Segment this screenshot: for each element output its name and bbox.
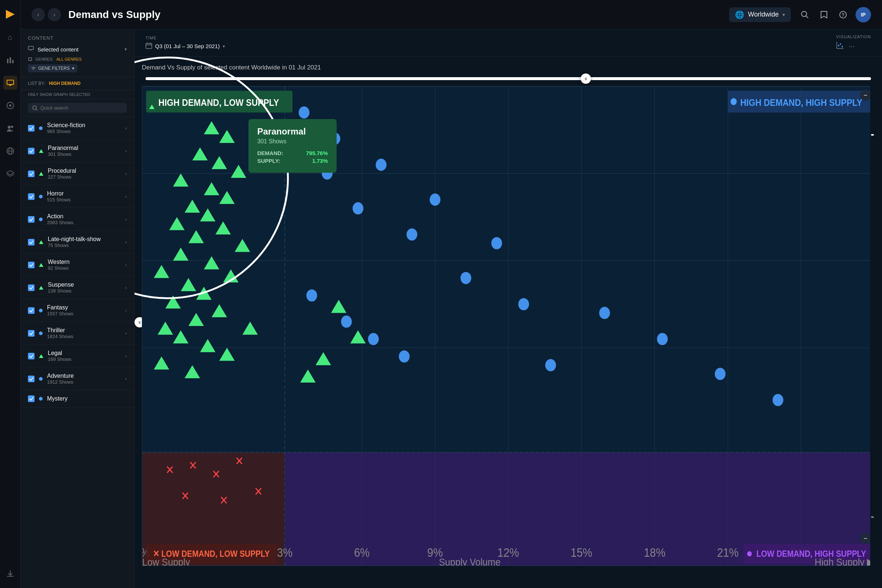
svg-marker-75 [231,165,246,178]
help-button[interactable]: ? [836,8,850,21]
svg-rect-5 [9,85,11,86]
genre-chevron-icon: › [125,376,127,381]
svg-point-125 [715,368,726,380]
genre-item[interactable]: Western92 Shows› [21,254,134,276]
vertical-scrollbar[interactable] [870,86,874,566]
region-chevron-icon: ▾ [782,12,785,18]
search-button[interactable] [798,8,812,21]
svg-marker-85 [173,248,189,261]
genre-checkbox[interactable] [28,171,34,177]
svg-point-124 [657,333,668,345]
genre-item[interactable]: Paranormal301 Shows› [21,140,134,162]
svg-point-37 [842,46,843,47]
svg-marker-127 [331,300,346,313]
genre-checkbox[interactable] [28,307,34,314]
svg-marker-129 [316,352,331,365]
svg-text:18%: 18% [644,546,666,560]
genre-checkbox[interactable] [28,285,34,291]
gene-filters-button[interactable]: GENE FILTERS ▾ [28,64,77,72]
sidebar-icon-discover[interactable] [3,99,17,112]
genre-checkbox[interactable] [28,216,34,223]
genre-checkbox[interactable] [28,353,34,359]
tooltip-demand-row: DEMAND: 795.76% [257,150,328,156]
sidebar-icon-layers[interactable] [3,167,17,181]
time-value-row[interactable]: Q3 (01 Jul – 30 Sep 2021) ▾ [146,42,225,50]
svg-marker-13 [7,171,14,175]
sidebar-icon-users[interactable] [3,121,17,135]
genre-item[interactable]: Thriller1824 Shows› [21,322,134,345]
genre-item[interactable]: Mystery [21,390,134,408]
viz-more-button[interactable]: ··· [849,42,855,50]
zoom-out-button[interactable]: − [860,533,871,544]
app-logo[interactable] [3,8,17,21]
genre-item[interactable]: Procedural227 Shows› [21,162,134,185]
genre-item[interactable]: Suspense139 Shows› [21,276,134,299]
svg-rect-4 [7,80,14,84]
search-icon [32,105,38,111]
svg-rect-2 [9,57,11,63]
svg-marker-81 [169,217,184,230]
tooltip-title: Paranormal [257,126,328,137]
genre-item[interactable]: Legal169 Shows› [21,345,134,368]
gene-filters-row: GENE FILTERS ▾ [28,64,127,72]
genre-item[interactable]: Action2083 Shows› [21,208,134,231]
sidebar-icon-download[interactable] [3,567,17,580]
genre-name: Western [48,259,121,266]
slider-track[interactable]: ⏸ [146,77,871,80]
svg-rect-23 [28,58,32,61]
genre-name: Mystery [47,395,127,402]
svg-point-121 [399,350,410,362]
svg-marker-18 [821,11,827,18]
time-section: TIME Q3 (01 Jul – 30 Sep 2021) ▾ [146,36,225,50]
list-controls: LIST BY: HIGH DEMAND [21,77,134,90]
genre-checkbox[interactable] [28,262,34,268]
genre-item[interactable]: Adventure1912 Shows› [21,368,134,390]
scatter-plot-container: 835% 450% 300% 150% 0% 0% 3% 6% 9% 12% 1… [142,86,874,566]
genre-item[interactable]: Fantasy1557 Shows› [21,299,134,322]
search-input[interactable] [40,105,122,111]
svg-text:6%: 6% [354,546,369,560]
svg-point-123 [599,307,610,319]
genre-checkbox[interactable] [28,239,34,246]
time-slider[interactable]: ⏸ ⏸ [142,77,874,80]
supply-label: SUPPLY: [257,158,280,164]
gene-filters-chevron: ▾ [72,66,74,71]
slider-right-handle[interactable]: ⏸ [580,74,591,84]
sidebar-icon-home[interactable]: ⌂ [3,30,17,44]
svg-marker-97 [200,339,215,352]
genre-checkbox[interactable] [28,125,34,132]
svg-rect-1 [7,59,9,63]
svg-marker-89 [181,278,196,291]
genre-checkbox[interactable] [28,148,34,154]
genre-checkbox[interactable] [28,376,34,382]
content-area: CONTENT Selected content ▾ GEN [21,29,882,588]
svg-point-36 [840,44,841,45]
genre-dot-icon [39,195,43,198]
region-selector[interactable]: 🌐 Worldwide ▾ [729,8,791,22]
genre-chevron-icon: › [125,354,127,358]
genre-checkbox[interactable] [28,395,34,402]
selected-content-row[interactable]: Selected content ▾ [28,45,127,54]
nav-buttons: ‹ › [32,8,61,21]
back-button[interactable]: ‹ [32,8,45,21]
genre-item[interactable]: Late-night-talk-show75 Shows› [21,231,134,254]
genre-item[interactable]: Science-fiction965 Shows› [21,117,134,140]
svg-marker-88 [223,269,238,283]
sidebar-icon-globe[interactable] [3,144,17,158]
only-show-label: ONLY SHOW GRAPH SELECTED [28,92,90,97]
genre-chevron-icon: › [125,148,127,154]
genre-item[interactable]: Horror515 Shows› [21,185,134,208]
genre-checkbox[interactable] [28,330,34,337]
bookmark-button[interactable] [818,8,831,21]
viz-chart-icon[interactable] [836,41,844,51]
svg-point-126 [772,394,783,406]
sidebar-icon-chart[interactable] [3,53,17,67]
genre-chevron-icon: › [125,331,127,336]
user-avatar[interactable]: IP [855,7,871,22]
genre-checkbox[interactable] [28,193,34,200]
zoom-in-button[interactable]: − [860,90,871,101]
svg-marker-80 [200,208,215,222]
forward-button[interactable]: › [48,8,61,21]
selected-content-label: Selected content [38,46,121,52]
sidebar-icon-tv[interactable] [3,76,17,90]
